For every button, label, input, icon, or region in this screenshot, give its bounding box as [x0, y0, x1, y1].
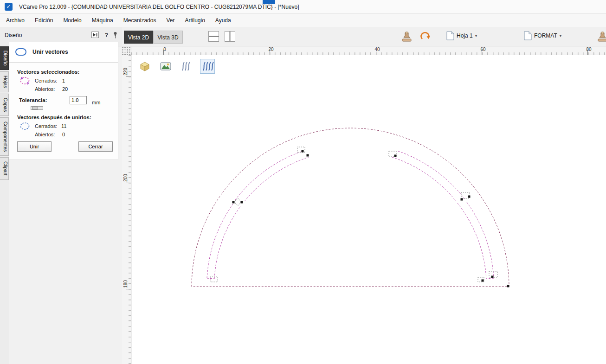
canvas-toolbar	[137, 59, 215, 74]
tab-vista-2d[interactable]: Vista 2D	[124, 31, 153, 44]
sidebar-tab-clipart[interactable]: Clipart	[0, 157, 9, 179]
after-closed-value: 11	[61, 123, 66, 129]
pin-panel-icon[interactable]	[111, 32, 119, 38]
tab-vista-3d[interactable]: Vista 3D	[153, 31, 183, 44]
v-ruler-label: 180	[123, 279, 128, 289]
tolerance-input[interactable]	[70, 96, 87, 104]
sidebar-tab-capas[interactable]: Capas	[0, 94, 9, 116]
sidebar-tab-hojas[interactable]: Hojas	[0, 71, 9, 92]
tolerance-slider-handle[interactable]	[32, 107, 38, 109]
close-button[interactable]: Cerrar	[78, 141, 113, 152]
join-button[interactable]: Unir	[17, 141, 52, 152]
outer-dome-vector	[192, 128, 509, 287]
selected-vectors-heading: Vectores seleccionados:	[17, 69, 79, 75]
node-markers[interactable]	[232, 150, 509, 287]
menu-modelo[interactable]: Modelo	[58, 15, 86, 26]
vector-drawing	[132, 55, 606, 364]
format-page-icon	[524, 31, 532, 40]
sheet-dropdown-label: Hoja 1	[457, 32, 473, 39]
format-dropdown[interactable]: FORMAT ▾	[524, 31, 561, 40]
h-ruler-label: 20	[268, 47, 273, 52]
open-vectors-icon	[19, 76, 31, 86]
selected-closed-label: Cerrados:	[35, 78, 57, 83]
material-block-icon[interactable]	[137, 59, 152, 74]
selected-closed-value: 1	[62, 78, 65, 83]
app-logo-icon: ✓	[5, 3, 13, 11]
menu-ver[interactable]: Ver	[161, 15, 180, 26]
tolerance-slider[interactable]	[31, 106, 43, 110]
stamp-tool-icon-right[interactable]	[596, 31, 606, 45]
selected-open-label: Abiertos:	[35, 86, 55, 92]
side-tab-strip: Diseño Hojas Capas Componentes Clipart	[0, 46, 9, 364]
title-bar: ✓ VCarve Pro 12.009 - {COMUNIDAD UNIVERS…	[0, 0, 606, 14]
vertical-ruler: 220 200 180	[122, 55, 131, 364]
selection-boxes	[210, 147, 497, 282]
design-panel-title: Diseño	[5, 32, 22, 38]
h-ruler-label: 40	[374, 47, 380, 52]
h-ruler-label: 80	[586, 47, 591, 52]
drawing-canvas[interactable]	[132, 55, 606, 364]
menu-ayuda[interactable]: Ayuda	[210, 15, 236, 26]
main-toolbar: Vista 2D Vista 3D Hoja 1 ▾ FORMAT ▾	[122, 27, 606, 46]
h-ruler-ticks	[131, 52, 606, 55]
h-ruler-label: 0	[163, 47, 166, 52]
format-caret-icon: ▾	[560, 33, 562, 38]
stamp-tool-icon[interactable]	[400, 31, 413, 45]
tool-panel: Unir vectores Vectores seleccionados: Ce…	[9, 46, 122, 364]
fluting-lines-icon[interactable]	[179, 59, 194, 74]
collapse-panel-icon[interactable]	[91, 32, 99, 38]
sidebar-tab-componentes[interactable]: Componentes	[0, 117, 9, 156]
tool-title: Unir vectores	[32, 49, 68, 55]
sheet-dropdown[interactable]: Hoja 1 ▾	[446, 31, 477, 40]
format-dropdown-label: FORMAT	[534, 32, 557, 39]
menu-archivo[interactable]: Archivo	[1, 15, 30, 26]
join-vectors-header: Unir vectores	[9, 42, 118, 63]
after-join-heading: Vectores después de unirlos:	[17, 115, 91, 120]
sheet-page-icon	[446, 31, 454, 40]
h-ruler-label: 60	[480, 47, 485, 52]
tolerance-unit: mm	[92, 100, 100, 105]
menu-maquina[interactable]: Máquina	[87, 15, 118, 26]
menu-artilugio[interactable]: Artilugio	[180, 15, 210, 26]
arch-band-vectors	[207, 151, 494, 279]
closed-vector-icon	[15, 48, 27, 56]
after-open-label: Abiertos:	[35, 132, 55, 137]
join-vectors-pane: Unir vectores Vectores seleccionados: Ce…	[9, 42, 118, 160]
v-ruler-ticks	[129, 55, 131, 364]
after-open-value: 0	[62, 132, 65, 137]
fluting-lines-selected-icon[interactable]	[200, 59, 215, 74]
v-ruler-label: 200	[123, 173, 128, 183]
rotate-redo-icon[interactable]	[419, 31, 432, 45]
v-ruler-label: 220	[123, 67, 128, 77]
background-image-icon[interactable]	[158, 59, 173, 74]
sheet-caret-icon: ▾	[475, 33, 477, 38]
split-vertical-icon[interactable]	[225, 31, 235, 44]
joined-vectors-icon	[19, 121, 31, 131]
sidebar-tab-diseno[interactable]: Diseño	[0, 46, 9, 70]
titlebar-blue-artifact	[263, 0, 275, 4]
selected-open-value: 20	[62, 86, 68, 92]
after-closed-label: Cerrados:	[35, 123, 57, 129]
ruler-corner	[122, 46, 131, 55]
window-title: VCarve Pro 12.009 - {COMUNIDAD UNIVERSIT…	[19, 4, 299, 10]
help-icon[interactable]: ?	[103, 32, 110, 39]
menu-mecanizados[interactable]: Mecanizados	[118, 15, 161, 26]
menu-edicion[interactable]: Edición	[30, 15, 58, 26]
tolerance-label: Tolerancia:	[19, 97, 47, 103]
horizontal-ruler: 0 20 40 60 80	[131, 46, 606, 55]
menu-bar: Archivo Edición Modelo Máquina Mecanizad…	[0, 14, 606, 27]
split-horizontal-icon[interactable]	[208, 31, 219, 44]
